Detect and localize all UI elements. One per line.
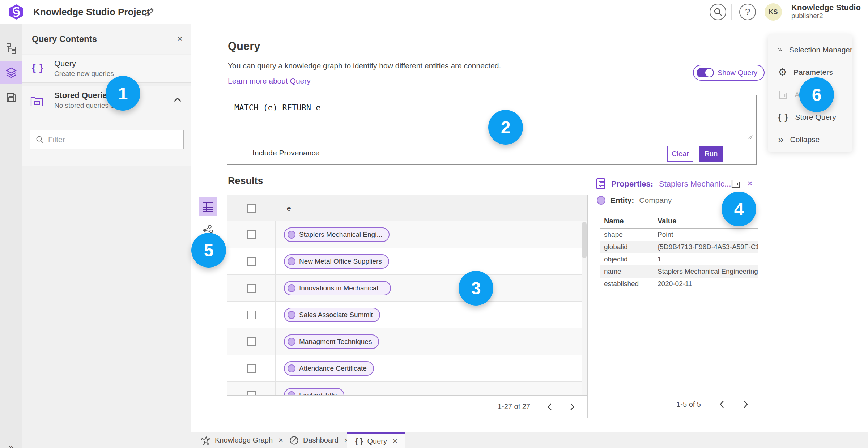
toggle-switch[interactable] bbox=[697, 68, 714, 77]
next-page-button[interactable] bbox=[569, 402, 575, 411]
table-row[interactable]: Innovations in Mechanical... bbox=[227, 275, 587, 302]
property-row[interactable]: nameStaplers Mechanical Engineering bbox=[600, 265, 758, 278]
schema-view-button[interactable] bbox=[0, 37, 22, 59]
close-panel-icon[interactable]: × bbox=[177, 33, 183, 44]
col-value: Value bbox=[658, 217, 676, 225]
table-view-button[interactable] bbox=[199, 197, 217, 216]
row-checkbox[interactable] bbox=[247, 337, 256, 346]
selection-manager-item[interactable]: Selection Manager bbox=[768, 41, 852, 59]
table-row[interactable]: Sales Associate Summit bbox=[227, 302, 587, 328]
search-button[interactable] bbox=[710, 4, 726, 20]
table-icon bbox=[202, 202, 214, 212]
row-checkbox[interactable] bbox=[247, 230, 256, 239]
row-checkbox[interactable] bbox=[247, 391, 256, 396]
tab-knowledge-graph[interactable]: Knowledge Graph × bbox=[193, 432, 291, 448]
entity-pill[interactable]: Attendance Certificate bbox=[284, 361, 374, 376]
run-button[interactable]: Run bbox=[699, 146, 723, 162]
query-list-item[interactable]: { } Query Create new queries bbox=[22, 55, 191, 83]
include-provenance-option[interactable]: Include Provenance bbox=[239, 149, 320, 157]
annotation-badge-6: 6 bbox=[799, 77, 834, 112]
entity-pill[interactable]: New Metal Office Suppliers bbox=[284, 254, 389, 269]
question-icon: ? bbox=[745, 7, 750, 18]
save-button[interactable] bbox=[0, 86, 22, 108]
properties-icon bbox=[596, 178, 607, 189]
app-logo-icon[interactable] bbox=[8, 4, 25, 20]
knowledge-graph-icon bbox=[201, 436, 210, 445]
add-to-new-icon[interactable] bbox=[731, 179, 741, 189]
next-page-button[interactable] bbox=[743, 400, 749, 409]
clear-button[interactable]: Clear bbox=[667, 146, 693, 162]
entity-pill[interactable]: Sales Associate Summit bbox=[284, 308, 380, 322]
braces-icon: { } bbox=[355, 436, 363, 446]
query-description: You can query a knowledge graph to ident… bbox=[228, 61, 501, 70]
filter-field[interactable] bbox=[30, 130, 184, 149]
learn-more-link[interactable]: Learn more about Query bbox=[228, 77, 311, 85]
contents-view-button[interactable] bbox=[0, 61, 22, 84]
entity-pill[interactable]: Managment Techniques bbox=[284, 334, 379, 349]
table-row[interactable]: Attendance Certificate bbox=[227, 355, 587, 382]
results-range: 1-27 of 27 bbox=[498, 402, 530, 411]
close-tab-icon[interactable]: × bbox=[393, 436, 397, 446]
close-properties-icon[interactable]: × bbox=[747, 178, 753, 189]
results-table: e Staplers Mechanical Engi... New Metal … bbox=[227, 195, 588, 418]
collapse-menu-item[interactable]: » Collapse bbox=[768, 131, 852, 149]
properties-entity-link[interactable]: Staplers Mechanic... bbox=[659, 179, 731, 189]
search-icon bbox=[36, 136, 44, 144]
property-row[interactable]: globalid{5D9B4713-F98D-4A53-A59F-C11... bbox=[600, 241, 758, 253]
gear-icon: ⚙ bbox=[778, 67, 787, 77]
tab-label: Query bbox=[367, 437, 387, 445]
search-icon bbox=[714, 8, 722, 16]
resize-handle-icon[interactable] bbox=[747, 133, 753, 139]
row-checkbox[interactable] bbox=[247, 257, 256, 266]
double-chevron-right-icon: » bbox=[778, 135, 784, 145]
filter-input[interactable] bbox=[48, 135, 183, 144]
query-section-title: Query bbox=[228, 40, 260, 53]
entity-dot-icon bbox=[288, 284, 295, 292]
property-row[interactable]: objectid1 bbox=[600, 253, 758, 265]
double-chevron-right-icon: » bbox=[9, 442, 14, 448]
entity-dot-icon bbox=[288, 257, 295, 265]
entity-label: Entity: bbox=[610, 196, 634, 205]
toggle-knob bbox=[705, 69, 713, 77]
add-square-icon bbox=[778, 90, 788, 100]
user-name: Knowledge Studio bbox=[791, 3, 861, 12]
table-row[interactable]: Managment Techniques bbox=[227, 328, 587, 355]
layers-icon bbox=[5, 67, 17, 78]
tab-dashboard[interactable]: Dashboard × bbox=[281, 432, 357, 448]
expand-rail-button[interactable]: » bbox=[0, 436, 22, 448]
show-query-toggle[interactable]: Show Query bbox=[693, 65, 765, 81]
table-row[interactable]: New Metal Office Suppliers bbox=[227, 248, 587, 275]
table-row[interactable]: Firebird Title bbox=[227, 382, 587, 396]
collapse-section-icon[interactable] bbox=[173, 97, 182, 102]
stored-queries-icon bbox=[30, 94, 43, 107]
avatar[interactable]: KS bbox=[765, 3, 782, 21]
edit-title-icon[interactable] bbox=[145, 7, 155, 17]
help-button[interactable]: ? bbox=[739, 4, 756, 20]
entity-pill[interactable]: Staplers Mechanical Engi... bbox=[284, 227, 390, 242]
results-rows: Staplers Mechanical Engi... New Metal Of… bbox=[227, 221, 587, 396]
row-checkbox[interactable] bbox=[247, 364, 256, 373]
row-checkbox[interactable] bbox=[247, 311, 256, 319]
include-provenance-checkbox[interactable] bbox=[239, 149, 247, 157]
entity-pill[interactable]: Firebird Title bbox=[284, 388, 344, 396]
entity-dot-icon bbox=[597, 196, 605, 205]
select-all-checkbox[interactable] bbox=[247, 204, 256, 213]
property-row[interactable]: established2020-02-11 bbox=[600, 278, 758, 290]
prev-page-button[interactable] bbox=[547, 402, 553, 411]
entity-pill[interactable]: Innovations in Mechanical... bbox=[284, 281, 391, 295]
knowledge-studio-app: Knowledge Studio Project ? KS Knowledge … bbox=[0, 0, 868, 448]
save-icon bbox=[6, 92, 16, 102]
entity-dot-icon bbox=[288, 338, 295, 346]
top-bar: Knowledge Studio Project ? KS Knowledge … bbox=[0, 0, 868, 24]
results-pagination: 1-27 of 27 bbox=[227, 395, 587, 418]
table-row[interactable]: Staplers Mechanical Engi... bbox=[227, 221, 587, 248]
bottom-tab-bar: Knowledge Graph × Dashboard × { } Query … bbox=[191, 432, 868, 448]
prev-page-button[interactable] bbox=[719, 400, 725, 409]
row-checkbox[interactable] bbox=[247, 284, 256, 293]
property-row[interactable]: shapePoint bbox=[600, 229, 758, 241]
results-scrollbar[interactable] bbox=[582, 222, 587, 395]
scrollbar-thumb[interactable] bbox=[582, 222, 587, 258]
column-header-e[interactable]: e bbox=[281, 195, 588, 221]
user-info[interactable]: Knowledge Studio publisher2 bbox=[791, 3, 861, 20]
tab-query[interactable]: { } Query × bbox=[347, 432, 405, 448]
